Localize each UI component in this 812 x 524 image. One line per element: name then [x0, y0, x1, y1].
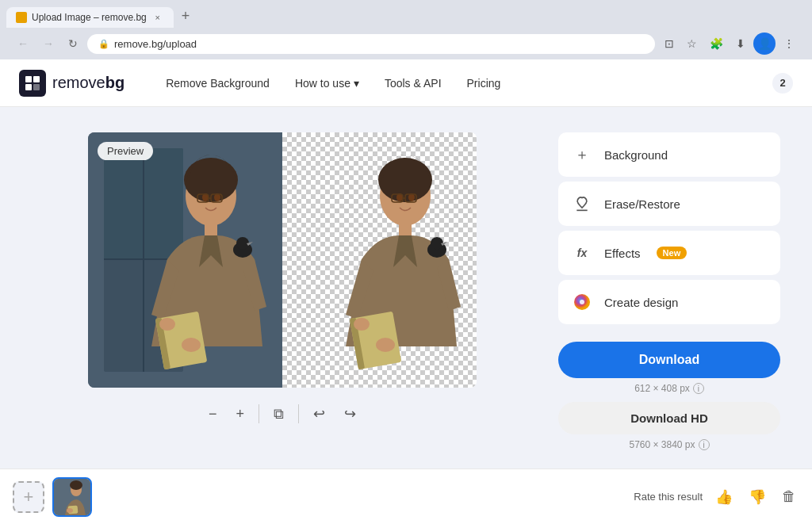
- svg-point-42: [70, 480, 82, 490]
- info-icon[interactable]: i: [693, 383, 704, 394]
- svg-point-44: [67, 508, 73, 513]
- svg-rect-0: [25, 76, 32, 82]
- tab-favicon: [16, 12, 27, 23]
- svg-rect-3: [33, 84, 40, 90]
- original-image: [88, 132, 282, 388]
- bottom-right: Rate this result 👍 👎 🗑: [634, 485, 799, 509]
- background-label: Background: [604, 148, 668, 162]
- plus-icon: ＋: [571, 143, 593, 166]
- extensions-button[interactable]: 🧩: [705, 34, 728, 53]
- svg-point-19: [159, 318, 175, 331]
- address-text: remove.bg/upload: [114, 38, 197, 50]
- nav-link-tools-api[interactable]: Tools & API: [375, 72, 451, 94]
- add-image-button[interactable]: +: [13, 481, 44, 513]
- svg-point-20: [182, 338, 201, 352]
- nav-link-pricing[interactable]: Pricing: [458, 72, 511, 94]
- forward-button[interactable]: →: [38, 34, 59, 53]
- preview-badge: Preview: [98, 142, 153, 160]
- svg-rect-30: [399, 221, 412, 237]
- redo-button[interactable]: ↪: [339, 400, 361, 427]
- active-tab[interactable]: Upload Image – remove.bg ×: [6, 7, 174, 28]
- menu-button[interactable]: ⋮: [779, 34, 799, 53]
- create-design-label: Create design: [604, 296, 678, 309]
- profile-button[interactable]: 👤: [753, 33, 776, 55]
- rate-label: Rate this result: [634, 491, 703, 503]
- thumbnail-placeholder: [54, 479, 90, 515]
- erase-icon: [571, 193, 593, 215]
- download-info: 612 × 408 px i: [558, 383, 780, 394]
- back-button[interactable]: ←: [13, 34, 33, 53]
- browser-chrome: Upload Image – remove.bg × + ← → ↻ 🔒 rem…: [0, 0, 812, 59]
- svg-point-39: [580, 300, 584, 304]
- lock-icon: 🔒: [98, 39, 109, 49]
- toolbar-actions: ⊡ ☆ 🧩 ⬇ 👤 ⋮: [660, 33, 799, 55]
- browser-toolbar: ← → ↻ 🔒 remove.bg/upload ⊡ ☆ 🧩 ⬇ 👤 ⋮: [6, 28, 806, 59]
- sidebar-item-effects[interactable]: fx Effects New: [558, 231, 780, 275]
- erase-restore-label: Erase/Restore: [604, 197, 680, 211]
- sidebar-item-erase-restore[interactable]: Erase/Restore: [558, 182, 780, 226]
- image-toolbar: − + ⧉ ↩ ↪: [204, 400, 361, 427]
- effects-label: Effects: [604, 247, 641, 260]
- nav-badge-count: 2: [772, 73, 793, 94]
- logo-icon: [19, 70, 46, 97]
- tab-close-button[interactable]: ×: [151, 11, 164, 24]
- undo-button[interactable]: ↩: [308, 400, 330, 427]
- create-design-icon: [571, 291, 593, 313]
- download-browser-button[interactable]: ⬇: [731, 34, 750, 53]
- download-button[interactable]: Download: [558, 342, 780, 378]
- download-section: Download 612 × 408 px i Download HD 5760…: [558, 342, 780, 450]
- new-tab-button[interactable]: +: [175, 5, 197, 28]
- hd-info: 5760 × 3840 px i: [558, 439, 780, 450]
- sidebar-item-create-design[interactable]: Create design: [558, 280, 780, 324]
- svg-rect-1: [33, 76, 40, 82]
- image-container: Preview: [88, 132, 477, 388]
- nav-link-remove-background[interactable]: Remove Background: [156, 72, 279, 94]
- editor-area: Preview: [32, 132, 533, 427]
- main-content: Preview: [0, 107, 812, 476]
- download-hd-button[interactable]: Download HD: [558, 402, 780, 434]
- processed-image: [282, 132, 477, 388]
- app-navigation: removebg Remove Background How to use ▾ …: [0, 59, 812, 107]
- image-split: [88, 132, 477, 388]
- svg-point-34: [376, 338, 395, 352]
- bookmark-button[interactable]: ☆: [682, 34, 702, 53]
- toolbar-divider: [259, 404, 259, 423]
- zoom-out-button[interactable]: −: [204, 401, 222, 427]
- svg-rect-16: [205, 221, 217, 237]
- bottom-bar: + Rate this result 👍 👎 🗑: [0, 469, 812, 524]
- image-thumbnail[interactable]: [52, 477, 92, 517]
- nav-link-how-to-use[interactable]: How to use ▾: [285, 72, 369, 94]
- cast-button[interactable]: ⊡: [660, 34, 679, 53]
- toolbar-divider-2: [298, 404, 299, 423]
- svg-point-33: [354, 318, 370, 331]
- thumbs-down-button[interactable]: 👎: [745, 485, 769, 509]
- nav-links: Remove Background How to use ▾ Tools & A…: [156, 72, 772, 94]
- hd-info-icon[interactable]: i: [699, 439, 710, 450]
- logo[interactable]: removebg: [19, 70, 124, 97]
- zoom-in-button[interactable]: +: [232, 401, 250, 427]
- refresh-button[interactable]: ↻: [63, 34, 82, 53]
- logo-text: removebg: [52, 74, 124, 92]
- tab-title: Upload Image – remove.bg: [32, 12, 147, 23]
- svg-rect-2: [25, 84, 32, 90]
- address-bar[interactable]: 🔒 remove.bg/upload: [87, 34, 655, 54]
- delete-button[interactable]: 🗑: [779, 485, 799, 508]
- sidebar: ＋ Background Erase/Restore fx Effects Ne…: [558, 132, 780, 450]
- app-body: removebg Remove Background How to use ▾ …: [0, 59, 812, 519]
- chevron-down-icon: ▾: [354, 77, 359, 90]
- new-badge: New: [657, 247, 688, 259]
- thumbs-up-button[interactable]: 👍: [712, 485, 736, 509]
- effects-icon: fx: [571, 242, 593, 264]
- sidebar-item-background[interactable]: ＋ Background: [558, 132, 780, 177]
- compare-button[interactable]: ⧉: [269, 401, 289, 427]
